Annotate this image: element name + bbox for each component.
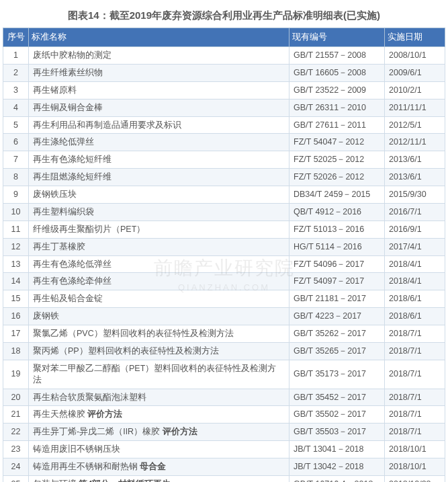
- cell-seq: 5: [3, 116, 29, 134]
- cell-num: GB/T 16716.4－2018: [289, 475, 385, 482]
- table-row: 18聚丙烯（PP）塑料回收料的表征特性及检测方法GB/T 35265－20172…: [3, 342, 445, 360]
- cell-num: FZ/T 52026－2012: [289, 169, 385, 186]
- cell-name: 聚丙烯（PP）塑料回收料的表征特性及检测方法: [29, 342, 289, 360]
- cell-date: 2013/6/1: [385, 151, 445, 169]
- cell-name: 再生利用品和再制造品通用要求及标识: [29, 116, 289, 134]
- header-name: 标准名称: [29, 28, 289, 47]
- cell-date: 2012/5/1: [385, 116, 445, 134]
- cell-name: 纤维级再生聚酯切片（PET）: [29, 220, 289, 238]
- table-row: 1废纸中胶粘物的测定GB/T 21557－20082008/10/1: [3, 47, 445, 65]
- header-seq: 序号: [3, 28, 29, 47]
- cell-date: 2017/4/1: [385, 238, 445, 255]
- table-row: 3再生锗原料GB/T 23522－20092010/2/1: [3, 81, 445, 99]
- cell-name: 再生铅及铅合金锭: [29, 290, 289, 308]
- table-row: 16废钢铁GB/T 4223－20172018/6/1: [3, 308, 445, 325]
- table-row: 15再生铅及铅合金锭GB/T 21181－20172018/6/1: [3, 290, 445, 308]
- cell-date: 2015/9/30: [385, 186, 445, 204]
- cell-name: 废钢铁压块: [29, 186, 289, 204]
- cell-date: 2018/6/1: [385, 308, 445, 325]
- table-row: 17聚氯乙烯（PVC）塑料回收料的表征特性及检测方法GB/T 35262－201…: [3, 325, 445, 343]
- cell-num: GB/T 26311－2010: [289, 99, 385, 116]
- cell-num: GB/T 35503－2017: [289, 424, 385, 441]
- cell-seq: 12: [3, 238, 29, 255]
- cell-num: JB/T 13042－2018: [289, 458, 385, 476]
- cell-num: DB34/T 2459－2015: [289, 186, 385, 204]
- cell-name: 再生丁基橡胶: [29, 238, 289, 255]
- cell-date: 2018/10/1: [385, 441, 445, 458]
- cell-date: 2018/7/1: [385, 360, 445, 389]
- cell-seq: 19: [3, 360, 29, 389]
- cell-date: 2018/7/1: [385, 342, 445, 360]
- table-row: 10再生塑料编织袋QB/T 4912－20162016/7/1: [3, 203, 445, 220]
- cell-num: GB/T 21557－2008: [289, 47, 385, 65]
- cell-name: 再生铜及铜合金棒: [29, 99, 289, 116]
- cell-date: 2018/4/1: [385, 255, 445, 273]
- cell-name: 包装与环境 第4部分：材料循环再生: [29, 475, 289, 482]
- cell-name: 铸造用再生不锈钢和耐热钢 母合金: [29, 458, 289, 476]
- cell-date: 2016/7/1: [385, 203, 445, 220]
- table-row: 23铸造用废旧不锈钢压块JB/T 13041－20182018/10/1: [3, 441, 445, 458]
- table-row: 24铸造用再生不锈钢和耐热钢 母合金JB/T 13042－20182018/10…: [3, 458, 445, 476]
- cell-seq: 16: [3, 308, 29, 325]
- cell-date: 2016/9/1: [385, 220, 445, 238]
- table-row: 13再生有色涤纶低弹丝FZ/T 54096－20172018/4/1: [3, 255, 445, 273]
- cell-num: FZ/T 54097－2017: [289, 273, 385, 290]
- bold-text: 第4部分：材料循环再生: [79, 479, 171, 482]
- header-num: 现有编号: [289, 28, 385, 47]
- table-row: 21再生天然橡胶 评价方法GB/T 35502－20172018/7/1: [3, 406, 445, 424]
- table-row: 12再生丁基橡胶HG/T 5114－20162017/4/1: [3, 238, 445, 255]
- cell-seq: 1: [3, 47, 29, 65]
- table-row: 11纤维级再生聚酯切片（PET）FZ/T 51013－20162016/9/1: [3, 220, 445, 238]
- table-row: 6再生涤纶低弹丝FZ/T 54047－20122012/11/1: [3, 134, 445, 151]
- cell-date: 2012/11/1: [385, 134, 445, 151]
- cell-name: 聚对苯二甲酸乙二醇酯（PET）塑料回收料的表征特性及检测方法: [29, 360, 289, 389]
- cell-num: QB/T 4912－2016: [289, 203, 385, 220]
- cell-name: 再生有色涤纶短纤维: [29, 151, 289, 169]
- cell-date: 2018/7/1: [385, 424, 445, 441]
- cell-name: 铸造用废旧不锈钢压块: [29, 441, 289, 458]
- cell-num: FZ/T 54047－2012: [289, 134, 385, 151]
- cell-seq: 25: [3, 475, 29, 482]
- cell-num: GB/T 35173－2017: [289, 360, 385, 389]
- cell-name: 废钢铁: [29, 308, 289, 325]
- cell-date: 2018/10/1: [385, 458, 445, 476]
- cell-name: 再生粘合软质聚氨酯泡沫塑料: [29, 389, 289, 406]
- cell-name: 聚氯乙烯（PVC）塑料回收料的表征特性及检测方法: [29, 325, 289, 343]
- cell-name: 废纸中胶粘物的测定: [29, 47, 289, 65]
- table-row: 9废钢铁压块DB34/T 2459－20152015/9/30: [3, 186, 445, 204]
- cell-name: 再生纤维素丝织物: [29, 64, 289, 81]
- cell-name: 再生有色涤纶低弹丝: [29, 255, 289, 273]
- cell-seq: 21: [3, 406, 29, 424]
- cell-name: 再生天然橡胶 评价方法: [29, 406, 289, 424]
- table-header-row: 序号 标准名称 现有编号 实施日期: [3, 28, 445, 47]
- cell-num: GB/T 35502－2017: [289, 406, 385, 424]
- header-date: 实施日期: [385, 28, 445, 47]
- bold-text: 评价方法: [87, 409, 122, 419]
- cell-name: 再生塑料编织袋: [29, 203, 289, 220]
- cell-seq: 6: [3, 134, 29, 151]
- table-row: 25包装与环境 第4部分：材料循环再生GB/T 16716.4－20182018…: [3, 475, 445, 482]
- cell-seq: 2: [3, 64, 29, 81]
- cell-date: 2013/6/1: [385, 169, 445, 186]
- cell-date: 2008/10/1: [385, 47, 445, 65]
- cell-num: GB/T 35265－2017: [289, 342, 385, 360]
- table-row: 19聚对苯二甲酸乙二醇酯（PET）塑料回收料的表征特性及检测方法GB/T 351…: [3, 360, 445, 389]
- table-row: 8再生阻燃涤纶短纤维FZ/T 52026－20122013/6/1: [3, 169, 445, 186]
- cell-date: 2009/6/1: [385, 64, 445, 81]
- table-row: 7再生有色涤纶短纤维FZ/T 52025－20122013/6/1: [3, 151, 445, 169]
- cell-name: 再生锗原料: [29, 81, 289, 99]
- cell-seq: 23: [3, 441, 29, 458]
- cell-date: 2011/11/1: [385, 99, 445, 116]
- chart-title: 图表14：截至2019年废弃资源综合利用业再生产品标准明细表(已实施): [3, 5, 445, 28]
- cell-seq: 9: [3, 186, 29, 204]
- cell-date: 2018/4/1: [385, 273, 445, 290]
- cell-num: GB/T 35262－2017: [289, 325, 385, 343]
- cell-seq: 14: [3, 273, 29, 290]
- cell-num: FZ/T 52025－2012: [289, 151, 385, 169]
- table-row: 20再生粘合软质聚氨酯泡沫塑料GB/T 35452－20172018/7/1: [3, 389, 445, 406]
- cell-name: 再生阻燃涤纶短纤维: [29, 169, 289, 186]
- table-row: 4再生铜及铜合金棒GB/T 26311－20102011/11/1: [3, 99, 445, 116]
- cell-num: GB/T 21181－2017: [289, 290, 385, 308]
- cell-seq: 4: [3, 99, 29, 116]
- cell-num: HG/T 5114－2016: [289, 238, 385, 255]
